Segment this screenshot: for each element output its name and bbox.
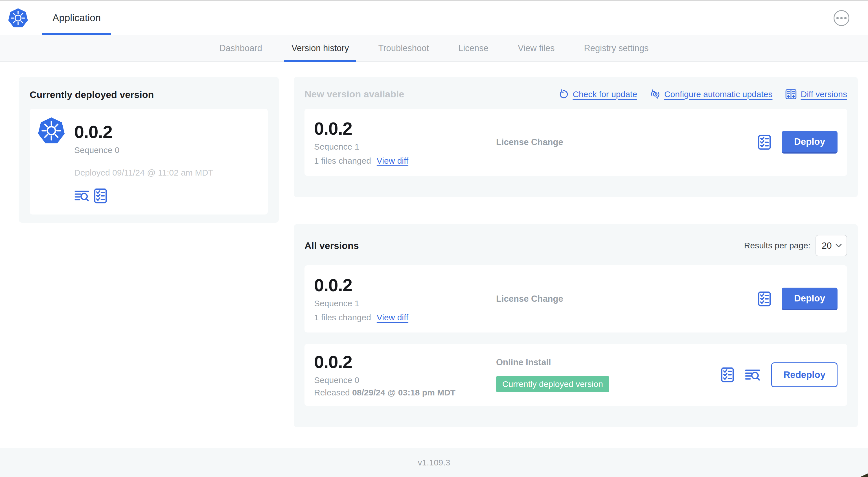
- application-tab[interactable]: Application: [42, 1, 111, 35]
- preflight-checks-icon[interactable]: [94, 188, 107, 204]
- check-for-update-link[interactable]: Check for update: [558, 89, 637, 99]
- version-sequence: Sequence 1: [314, 142, 496, 152]
- version-info: 0.0.2 Sequence 1 1 files changed View di…: [314, 119, 496, 166]
- version-row: 0.0.2 Sequence 1 1 files changed View di…: [305, 265, 847, 332]
- version-number: 0.0.2: [314, 352, 496, 371]
- application-tab-label: Application: [53, 12, 101, 23]
- deployed-sequence: Sequence 0: [74, 145, 213, 155]
- tab-version-history[interactable]: Version history: [277, 35, 364, 62]
- tab-troubleshoot[interactable]: Troubleshoot: [364, 35, 443, 62]
- view-logs-icon[interactable]: [74, 189, 89, 202]
- configure-automatic-updates-link[interactable]: Configure automatic updates: [650, 89, 773, 99]
- version-number: 0.0.2: [314, 275, 496, 295]
- auto-update-icon: [650, 89, 660, 99]
- diff-icon: [785, 89, 797, 100]
- version-number: 0.0.2: [314, 119, 496, 138]
- top-bar: Application: [0, 0, 868, 35]
- chevron-down-icon: [835, 243, 842, 248]
- tab-view-files[interactable]: View files: [503, 35, 569, 62]
- tab-license[interactable]: License: [443, 35, 503, 62]
- deploy-button[interactable]: Deploy: [782, 131, 838, 153]
- results-per-page-select[interactable]: 20: [815, 235, 847, 256]
- version-source: Online Install: [496, 357, 551, 367]
- diff-versions-link[interactable]: Diff versions: [785, 89, 847, 100]
- view-logs-icon[interactable]: [745, 368, 761, 382]
- version-row: 0.0.2 Sequence 0 Released 08/29/24 @ 03:…: [305, 344, 847, 406]
- currently-deployed-badge: Currently deployed version: [496, 376, 609, 392]
- files-changed-label: 1 files changed: [314, 156, 371, 166]
- files-changed-label: 1 files changed: [314, 313, 371, 322]
- version-info: 0.0.2 Sequence 0 Released 08/29/24 @ 03:…: [314, 352, 496, 397]
- app-nav-bar: Dashboard Version history Troubleshoot L…: [0, 35, 868, 62]
- new-version-title: New version available: [305, 89, 404, 100]
- refresh-icon: [558, 89, 568, 99]
- tab-registry-settings[interactable]: Registry settings: [569, 35, 663, 62]
- deploy-button[interactable]: Deploy: [782, 288, 838, 310]
- app-icon: [37, 117, 65, 145]
- all-versions-title: All versions: [305, 240, 359, 251]
- deployed-version-card: 0.0.2 Sequence 0 Deployed 09/11/24 @ 11:…: [30, 109, 268, 214]
- preflight-checks-icon[interactable]: [758, 135, 771, 150]
- kots-admin-page: Application Dashboard Version history Tr…: [0, 0, 868, 477]
- results-per-page-value: 20: [822, 240, 832, 251]
- console-version-label: v1.109.3: [417, 458, 450, 468]
- active-tab-underline: [42, 33, 111, 35]
- version-info: 0.0.2 Sequence 1 1 files changed View di…: [314, 275, 496, 322]
- deployed-timestamp: Deployed 09/11/24 @ 11:02 am MDT: [74, 168, 213, 178]
- view-diff-link[interactable]: View diff: [377, 156, 408, 166]
- more-options-button[interactable]: [834, 10, 849, 26]
- footer: v1.109.3: [0, 448, 868, 477]
- currently-deployed-panel: Currently deployed version 0.0.2 Sequenc…: [19, 77, 279, 223]
- results-per-page-label: Results per page:: [744, 241, 810, 250]
- all-versions-panel: All versions Results per page: 20: [294, 224, 858, 427]
- new-version-card: 0.0.2 Sequence 1 1 files changed View di…: [305, 109, 847, 176]
- released-timestamp: Released 08/29/24 @ 03:18 pm MDT: [314, 388, 496, 397]
- version-source: License Change: [496, 137, 563, 147]
- kubernetes-logo-icon: [8, 8, 28, 29]
- version-source: License Change: [496, 294, 563, 304]
- currently-deployed-title: Currently deployed version: [30, 89, 268, 100]
- version-sequence: Sequence 1: [314, 299, 496, 308]
- redeploy-button[interactable]: Redeploy: [771, 362, 838, 387]
- deployed-version-number: 0.0.2: [74, 122, 213, 141]
- view-diff-link[interactable]: View diff: [377, 313, 408, 322]
- tab-dashboard[interactable]: Dashboard: [205, 35, 277, 62]
- main-content: Currently deployed version 0.0.2 Sequenc…: [0, 62, 868, 448]
- preflight-checks-icon[interactable]: [721, 367, 734, 383]
- version-sequence: Sequence 0: [314, 376, 496, 385]
- new-version-panel: New version available Check for update: [294, 77, 858, 197]
- preflight-checks-icon[interactable]: [758, 291, 771, 307]
- ellipsis-icon: [836, 17, 839, 19]
